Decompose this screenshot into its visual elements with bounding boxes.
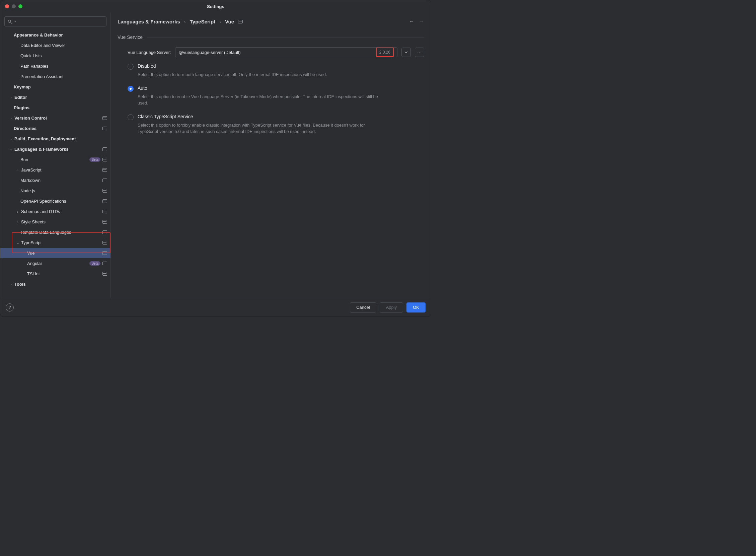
- version-badge: 2.0.26: [376, 47, 394, 57]
- project-scope-icon: [103, 189, 107, 193]
- sidebar-item-tools[interactable]: ›Tools: [0, 279, 110, 289]
- maximize-window-button[interactable]: [19, 4, 23, 8]
- chevron-right-icon: ›: [15, 220, 21, 224]
- apply-button[interactable]: Apply: [380, 303, 403, 313]
- settings-tree: Appearance & BehaviorData Editor and Vie…: [0, 30, 110, 298]
- help-icon: ?: [8, 305, 11, 310]
- dropdown-expand-button[interactable]: [401, 47, 411, 57]
- radio-description: Select this option to forcibly enable cl…: [138, 122, 385, 135]
- sidebar-item-label: TypeScript: [21, 240, 101, 245]
- sidebar-item-label: Markdown: [21, 178, 101, 183]
- radio-title: Disabled: [138, 63, 424, 69]
- content-area: ▾ Appearance & BehaviorData Editor and V…: [0, 12, 431, 298]
- ok-button[interactable]: OK: [406, 303, 426, 313]
- sidebar-item-label: TSLint: [27, 271, 101, 276]
- sidebar-item-presentation-assistant[interactable]: Presentation Assistant: [0, 71, 110, 82]
- sidebar-item-label: Node.js: [21, 188, 101, 193]
- radio-button[interactable]: [128, 86, 134, 92]
- window-title: Settings: [207, 4, 224, 9]
- sidebar-item-quick-lists[interactable]: Quick Lists: [0, 50, 110, 61]
- minimize-window-button[interactable]: [12, 4, 16, 8]
- sidebar-item-label: Build, Execution, Deployment: [14, 136, 107, 141]
- chevron-down-icon: [404, 50, 408, 54]
- sidebar-item-label: OpenAPI Specifications: [21, 199, 101, 204]
- breadcrumb-part[interactable]: Languages & Frameworks: [117, 19, 180, 25]
- sidebar-item-markdown[interactable]: Markdown: [0, 175, 110, 185]
- chevron-right-icon: ›: [8, 116, 14, 120]
- chevron-right-icon: ›: [8, 96, 14, 100]
- sidebar-item-style-sheets[interactable]: ›Style Sheets: [0, 217, 110, 227]
- sidebar-item-label: JavaScript: [21, 168, 101, 173]
- sidebar-item-editor[interactable]: ›Editor: [0, 92, 110, 103]
- search-input[interactable]: [18, 19, 103, 24]
- help-button[interactable]: ?: [6, 304, 14, 312]
- breadcrumb-part[interactable]: Vue: [225, 19, 234, 25]
- sidebar-item-label: Languages & Frameworks: [14, 147, 101, 152]
- footer: ? Cancel Apply OK: [0, 298, 431, 316]
- sidebar-item-label: Data Editor and Viewer: [21, 43, 107, 48]
- sidebar-item-openapi-specifications[interactable]: OpenAPI Specifications: [0, 196, 110, 206]
- breadcrumb-nav: ← →: [409, 19, 424, 25]
- project-scope-icon: [103, 251, 107, 255]
- breadcrumb-separator-icon: ›: [219, 19, 221, 25]
- language-server-dropdown[interactable]: @vue/language-server (Default) 2.0.26: [175, 47, 397, 57]
- breadcrumb-part[interactable]: TypeScript: [190, 19, 215, 25]
- search-icon: [7, 19, 12, 24]
- radio-option-classic[interactable]: Classic TypeScript ServiceSelect this op…: [128, 114, 424, 135]
- svg-point-0: [8, 20, 11, 23]
- project-scope-icon: [103, 272, 107, 276]
- sidebar-item-label: Path Variables: [21, 64, 107, 69]
- sidebar-item-bun[interactable]: BunBeta: [0, 154, 110, 165]
- cancel-button[interactable]: Cancel: [350, 303, 376, 313]
- sidebar-item-build-execution-deployment[interactable]: ›Build, Execution, Deployment: [0, 134, 110, 144]
- forward-button[interactable]: →: [419, 19, 424, 25]
- project-scope-icon: [238, 20, 243, 24]
- radio-button[interactable]: [128, 64, 134, 70]
- project-scope-icon: [103, 127, 107, 130]
- project-scope-icon: [103, 168, 107, 172]
- sidebar-item-label: Angular: [27, 261, 87, 266]
- search-box[interactable]: ▾: [4, 16, 106, 27]
- section-header: Vue Service: [117, 35, 424, 40]
- sidebar-item-appearance-behavior[interactable]: Appearance & Behavior: [0, 30, 110, 40]
- sidebar-item-javascript[interactable]: ›JavaScript: [0, 165, 110, 175]
- sidebar-item-label: Vue: [27, 250, 101, 255]
- sidebar-item-plugins[interactable]: Plugins: [0, 103, 110, 113]
- sidebar-item-label: Style Sheets: [21, 219, 101, 224]
- sidebar-item-version-control[interactable]: ›Version Control: [0, 113, 110, 123]
- sidebar-item-keymap[interactable]: Keymap: [0, 82, 110, 92]
- close-window-button[interactable]: [5, 4, 9, 8]
- titlebar: Settings: [0, 0, 431, 12]
- sidebar-item-label: Version Control: [14, 115, 101, 120]
- sidebar-item-data-editor-and-viewer[interactable]: Data Editor and Viewer: [0, 40, 110, 50]
- sidebar-item-template-data-languages[interactable]: Template Data Languages: [0, 227, 110, 238]
- sidebar-item-label: Presentation Assistant: [21, 74, 107, 79]
- sidebar-item-path-variables[interactable]: Path Variables: [0, 61, 110, 71]
- sidebar-item-tslint[interactable]: TSLint: [0, 269, 110, 279]
- more-options-button[interactable]: ···: [415, 47, 424, 57]
- radio-description: Select this option to turn both language…: [138, 71, 385, 78]
- sidebar-item-label: Directories: [14, 126, 101, 131]
- breadcrumb: Languages & Frameworks › TypeScript › Vu…: [117, 19, 424, 25]
- back-button[interactable]: ←: [409, 19, 414, 25]
- language-server-field: Vue Language Server: @vue/language-serve…: [117, 47, 424, 57]
- radio-title: Classic TypeScript Service: [138, 114, 424, 119]
- ellipsis-icon: ···: [417, 50, 422, 55]
- radio-button[interactable]: [128, 114, 134, 120]
- sidebar-item-vue[interactable]: Vue: [0, 248, 110, 258]
- radio-option-disabled[interactable]: DisabledSelect this option to turn both …: [128, 63, 424, 78]
- chevron-right-icon: ›: [8, 282, 14, 286]
- sidebar-item-angular[interactable]: AngularBeta: [0, 258, 110, 269]
- sidebar-item-label: Quick Lists: [21, 53, 107, 58]
- project-scope-icon: [103, 178, 107, 182]
- sidebar-item-directories[interactable]: Directories: [0, 123, 110, 134]
- project-scope-icon: [103, 199, 107, 203]
- radio-option-auto[interactable]: AutoSelect this option to enable Vue Lan…: [128, 85, 424, 106]
- sidebar-item-languages-frameworks[interactable]: ⌄Languages & Frameworks: [0, 144, 110, 154]
- chevron-right-icon: ›: [15, 210, 21, 214]
- sidebar-item-typescript[interactable]: ⌄TypeScript: [0, 238, 110, 248]
- beta-badge: Beta: [89, 261, 101, 266]
- sidebar-item-schemas-and-dtds[interactable]: ›Schemas and DTDs: [0, 206, 110, 217]
- sidebar-item-node-js[interactable]: Node.js: [0, 185, 110, 196]
- chevron-down-icon: ⌄: [8, 147, 14, 151]
